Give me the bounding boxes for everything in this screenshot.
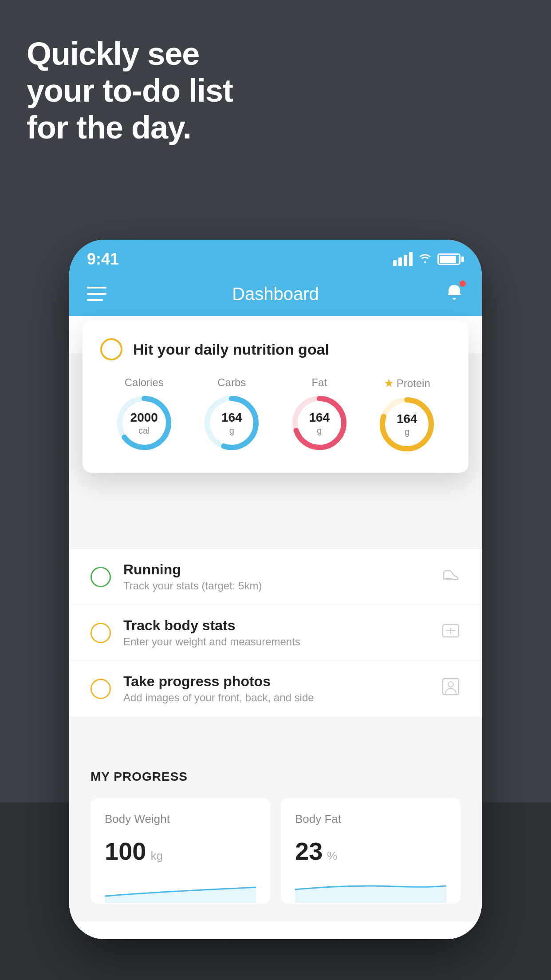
protein-item: ★ Protein 164 g	[378, 376, 436, 453]
nav-bar: Dashboard	[69, 272, 482, 316]
fat-label: Fat	[311, 376, 327, 389]
body-fat-sparkline	[295, 876, 446, 903]
nutrition-card: Hit your daily nutrition goal Calories 2	[83, 320, 468, 473]
body-weight-unit: kg	[150, 849, 162, 863]
progress-header: MY PROGRESS	[91, 770, 460, 784]
hero-text: Quickly see your to-do list for the day.	[27, 36, 233, 146]
star-icon: ★	[384, 376, 394, 390]
carbs-ring: 164 g	[203, 394, 260, 452]
nutrition-card-title: Hit your daily nutrition goal	[133, 341, 329, 358]
carbs-item: Carbs 164 g	[203, 376, 260, 452]
hero-line3: for the day.	[27, 109, 233, 146]
nav-title: Dashboard	[232, 284, 319, 304]
body-weight-card[interactable]: Body Weight 100 kg	[91, 798, 270, 904]
hero-line1: Quickly see	[27, 36, 233, 72]
body-weight-title: Body Weight	[105, 812, 256, 826]
body-stats-title: Track body stats	[123, 617, 441, 634]
running-title: Running	[123, 561, 441, 578]
carbs-label: Carbs	[217, 376, 246, 389]
body-weight-value: 100	[105, 837, 146, 865]
protein-ring: 164 g	[378, 395, 436, 453]
body-stats-subtitle: Enter your weight and measurements	[123, 636, 441, 648]
body-weight-sparkline	[105, 876, 256, 903]
protein-label: ★ Protein	[384, 376, 430, 390]
body-fat-card[interactable]: Body Fat 23 %	[281, 798, 460, 904]
calories-unit: cal	[130, 425, 158, 436]
running-subtitle: Track your stats (target: 5km)	[123, 580, 441, 592]
fat-unit: g	[309, 425, 330, 436]
svg-point-10	[448, 682, 453, 687]
nutrition-row: Calories 2000 cal	[100, 376, 451, 453]
calories-label: Calories	[125, 376, 164, 389]
todo-item-photos[interactable]: Take progress photos Add images of your …	[69, 660, 482, 716]
fat-item: Fat 164 g	[291, 376, 348, 452]
person-icon	[441, 677, 460, 700]
todo-list: Running Track your stats (target: 5km)	[69, 549, 482, 716]
photos-subtitle: Add images of your front, back, and side	[123, 692, 441, 704]
body-fat-value: 23	[295, 837, 323, 865]
nutrition-check-circle[interactable]	[100, 338, 122, 360]
todo-item-body-stats[interactable]: Track body stats Enter your weight and m…	[69, 605, 482, 660]
hero-line2: your to-do list	[27, 72, 233, 109]
body-fat-unit: %	[327, 849, 337, 863]
carbs-value: 164	[221, 410, 242, 425]
scale-icon	[441, 621, 460, 644]
progress-section: MY PROGRESS Body Weight 100 kg	[69, 743, 482, 921]
body-stats-check[interactable]	[91, 623, 111, 643]
battery-icon	[437, 253, 464, 265]
running-check[interactable]	[91, 567, 111, 587]
protein-unit: g	[397, 427, 417, 437]
calories-ring: 2000 cal	[115, 394, 173, 452]
fat-value: 164	[309, 410, 330, 425]
fat-ring: 164 g	[291, 394, 348, 452]
calories-item: Calories 2000 cal	[115, 376, 173, 452]
todo-item-running[interactable]: Running Track your stats (target: 5km)	[69, 549, 482, 605]
status-bar: 9:41	[69, 240, 482, 272]
photos-check[interactable]	[91, 679, 111, 699]
status-time: 9:41	[87, 250, 119, 269]
status-icons	[393, 252, 464, 267]
wifi-icon	[418, 252, 432, 267]
photos-title: Take progress photos	[123, 673, 441, 690]
progress-cards: Body Weight 100 kg Body Fat	[91, 798, 460, 904]
carbs-unit: g	[221, 425, 242, 436]
body-fat-title: Body Fat	[295, 812, 446, 826]
protein-value: 164	[397, 411, 417, 427]
calories-value: 2000	[130, 410, 158, 425]
signal-icon	[393, 252, 413, 266]
menu-button[interactable]	[87, 287, 106, 301]
shoe-icon	[441, 567, 460, 587]
notification-button[interactable]	[445, 282, 464, 306]
